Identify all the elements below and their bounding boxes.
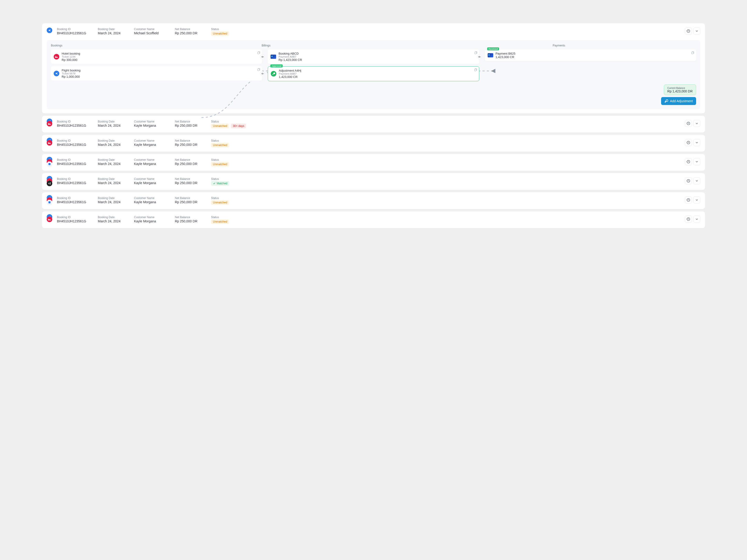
booking-row: Booking ID BH4510JH123561G Booking Date … xyxy=(42,192,705,209)
hotel-icon xyxy=(47,121,52,127)
wf-tile[interactable]: Booking ABCD Payment A8B7 Rp 1,423,000 C… xyxy=(268,50,479,64)
wf-tile[interactable]: Hotel booking Ticket 1234 Rp 300,000 xyxy=(51,50,262,64)
meta-col: Booking Date March 24, 2024 xyxy=(98,28,129,35)
copy-button[interactable] xyxy=(257,68,260,72)
reveal-button[interactable] xyxy=(260,71,265,76)
wf-tile-title: Hotel booking xyxy=(61,52,259,55)
workflow-headers: Bookings Billings Payments xyxy=(51,44,696,47)
wf-tile-texts: Payment B625 1,423,000 CR xyxy=(496,52,693,59)
meta-col: Customer Name Kayle Morgana xyxy=(134,177,170,185)
meta-col: Booking ID BH4510JH123561G xyxy=(57,28,93,35)
row-actions xyxy=(685,216,700,222)
wf-col-bookings: Hotel booking Ticket 1234 Rp 300,000 Fli… xyxy=(51,50,262,81)
meta-value: BH4510JH123561G xyxy=(57,143,93,146)
expand-button[interactable] xyxy=(693,216,700,222)
meta-col: Net Balance Rp 250,000 DR xyxy=(175,120,206,127)
meta-value: March 24, 2024 xyxy=(98,181,129,185)
balance-label: Current Balance xyxy=(667,86,693,89)
meta-col: Booking Date March 24, 2024 xyxy=(98,158,129,166)
meta-value: March 24, 2024 xyxy=(98,31,129,35)
meta-col: Booking ID BH4510JH123561G xyxy=(57,196,93,204)
status-col: Status Unmatched xyxy=(211,28,247,36)
wf-col-payments: Received Payment B625 1,423,000 CR xyxy=(485,50,696,61)
meta-value: Rp 250,000 DR xyxy=(175,143,206,146)
wf-tile[interactable]: Received Payment B625 1,423,000 CR xyxy=(485,50,696,61)
meta-label: Booking Date xyxy=(98,216,129,219)
copy-button[interactable] xyxy=(691,51,694,55)
status-col: Status Unmatched xyxy=(211,158,247,167)
meta-col: Net Balance Rp 250,000 DR xyxy=(175,139,206,146)
meta-value: Rp 250,000 DR xyxy=(175,219,206,223)
status-badges: Unmatched xyxy=(211,162,247,167)
wf-tile-value: Rp 1,423,000 CR xyxy=(279,58,476,61)
wrench-icon xyxy=(271,71,276,77)
meta-col: Net Balance Rp 250,000 DR xyxy=(175,158,206,166)
meta-label: Customer Name xyxy=(134,196,170,200)
meta-label: Booking Date xyxy=(98,120,129,123)
meta-label: Booking ID xyxy=(57,158,93,161)
status-label: Status xyxy=(211,28,247,31)
workflow-footer: Current Balance Rp 1,423,000 DR Add Adju… xyxy=(51,84,696,105)
copy-button[interactable] xyxy=(474,69,477,72)
wf-tile[interactable]: Flight booking Ticket 5678 Rp 1,000,000 xyxy=(51,66,262,81)
hotel-icon xyxy=(47,140,52,145)
meta-col: Booking ID BH4510JH123561G xyxy=(57,120,93,127)
meta-value: March 24, 2024 xyxy=(98,162,129,166)
history-button[interactable] xyxy=(685,139,692,146)
status-badges: Unmatched xyxy=(211,219,247,224)
meta-label: Booking Date xyxy=(98,177,129,181)
meta-value: BH4510JH123561G xyxy=(57,181,93,185)
history-button[interactable] xyxy=(685,216,692,222)
expand-button[interactable] xyxy=(693,120,700,127)
meta-value: Rp 250,000 DR xyxy=(175,200,206,204)
meta-value: Rp 250,000 DR xyxy=(175,124,206,127)
train-icon xyxy=(47,200,52,205)
row-actions xyxy=(685,177,700,184)
status-badges: Unmatched xyxy=(211,200,247,205)
meta-col: Booking ID BH4510JH123561G xyxy=(57,216,93,223)
reveal-button[interactable] xyxy=(477,54,482,59)
flight-icon xyxy=(47,28,52,33)
wf-tile-title: Booking ABCD xyxy=(279,52,476,55)
copy-button[interactable] xyxy=(474,51,478,55)
status-badges: Unmatched xyxy=(211,31,247,36)
add-adjustment-button[interactable]: Add Adjustment xyxy=(661,97,696,105)
history-button[interactable] xyxy=(685,28,692,34)
history-button[interactable] xyxy=(685,158,692,165)
wf-tile-sub: Payment A8B7 xyxy=(279,72,476,75)
wf-tile[interactable]: Approved Adjustment A4Hj Payment A8B7 1,… xyxy=(268,66,479,81)
row-actions xyxy=(685,139,700,146)
history-button[interactable] xyxy=(685,177,692,184)
status-badge-overdue: 30+ days xyxy=(231,124,246,128)
status-label: Status xyxy=(211,216,247,219)
meta-value: Rp 250,000 DR xyxy=(175,181,206,185)
status-col: Status Unmatched xyxy=(211,139,247,148)
meta-value: Kayle Morgana xyxy=(134,162,170,166)
meta-col: Customer Name Kayle Morgana xyxy=(134,216,170,223)
status-label: Status xyxy=(211,120,247,123)
status-badge-unmatched: Unmatched xyxy=(211,200,229,205)
expand-button[interactable] xyxy=(693,158,700,165)
expand-button[interactable] xyxy=(693,28,700,34)
meta-label: Booking ID xyxy=(57,177,93,181)
meta-label: Net Balance xyxy=(175,139,206,142)
history-button[interactable] xyxy=(685,196,692,204)
expand-button[interactable] xyxy=(693,139,700,146)
booking-header: Booking ID BH4510JH123561G Booking Date … xyxy=(47,196,700,205)
meta-label: Net Balance xyxy=(175,28,206,31)
meta-col: Booking Date March 24, 2024 xyxy=(98,139,129,146)
meta-label: Booking Date xyxy=(98,158,129,161)
reveal-button[interactable] xyxy=(260,54,265,59)
wf-tile-texts: Booking ABCD Payment A8B7 Rp 1,423,000 C… xyxy=(279,52,476,61)
expand-button[interactable] xyxy=(693,196,700,204)
meta-value: Rp 250,000 DR xyxy=(175,31,206,35)
hotel-icon xyxy=(47,216,52,222)
history-button[interactable] xyxy=(685,120,692,127)
meta-value: Kayle Morgana xyxy=(134,219,170,223)
wf-tile-title: Flight booking xyxy=(61,69,259,72)
expand-button[interactable] xyxy=(693,177,700,184)
meta-col: Net Balance Rp 250,000 DR xyxy=(175,216,206,223)
status-label: Status xyxy=(211,177,247,181)
copy-button[interactable] xyxy=(257,51,260,55)
booking-header: Booking ID BH4510JH123561G Booking Date … xyxy=(47,216,700,224)
